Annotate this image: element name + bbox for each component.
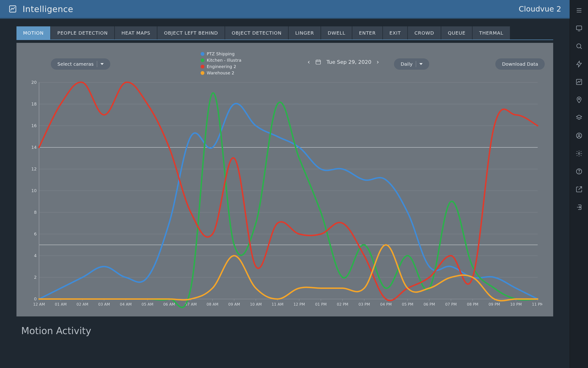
tab-heat-maps[interactable]: HEAT MAPS: [115, 26, 157, 40]
download-data-label: Download Data: [502, 61, 538, 67]
legend-label: Engineering 2: [207, 64, 236, 69]
legend-item: Kitchen - Illustra: [201, 58, 241, 63]
tab-object-detection[interactable]: OBJECT DETECTION: [225, 26, 289, 40]
search-icon[interactable]: [575, 42, 583, 50]
svg-text:09 AM: 09 AM: [228, 302, 240, 307]
legend-swatch: [201, 71, 204, 75]
page-title: Intelligence: [23, 4, 73, 14]
tab-linger[interactable]: LINGER: [289, 26, 321, 40]
svg-text:03 AM: 03 AM: [98, 302, 110, 307]
svg-text:08 AM: 08 AM: [207, 302, 218, 307]
svg-text:10 AM: 10 AM: [250, 302, 262, 307]
tab-motion[interactable]: MOTION: [17, 26, 51, 40]
legend-swatch: [201, 58, 204, 62]
chart-legend: PTZ ShippingKitchen - IllustraEngineerin…: [201, 51, 241, 75]
svg-text:18: 18: [31, 101, 37, 106]
legend-item: PTZ Shipping: [201, 51, 241, 56]
legend-label: PTZ Shipping: [207, 51, 235, 56]
brand-label: Cloudvue 2: [519, 4, 561, 13]
svg-text:05 AM: 05 AM: [141, 302, 153, 307]
svg-text:02 AM: 02 AM: [76, 302, 88, 307]
svg-text:02 PM: 02 PM: [337, 302, 348, 307]
svg-text:20: 20: [31, 80, 37, 85]
svg-text:08 PM: 08 PM: [467, 302, 478, 307]
tab-enter[interactable]: ENTER: [352, 26, 383, 40]
user-icon[interactable]: [575, 132, 583, 139]
lightning-icon[interactable]: [575, 60, 583, 68]
legend-label: Kitchen - Illustra: [207, 58, 241, 63]
range-button[interactable]: Daily: [394, 58, 429, 70]
svg-marker-85: [577, 61, 581, 67]
tab-dwell[interactable]: DWELL: [321, 26, 352, 40]
svg-line-84: [580, 47, 582, 49]
svg-text:04 PM: 04 PM: [380, 302, 392, 307]
legend-swatch: [201, 65, 204, 69]
tab-exit[interactable]: EXIT: [383, 26, 408, 40]
motion-line-chart: 0246810121416182012 AM01 AM02 AM03 AM04 …: [25, 80, 542, 311]
tab-crowd[interactable]: CROWD: [408, 26, 441, 40]
svg-text:2: 2: [34, 275, 37, 280]
next-date-button[interactable]: ›: [377, 58, 379, 65]
help-icon[interactable]: [575, 168, 583, 175]
menu-icon[interactable]: [575, 7, 583, 14]
chart-panel: Select cameras PTZ ShippingKitchen - Ill…: [17, 43, 553, 316]
logout-icon[interactable]: [575, 203, 583, 211]
svg-text:10: 10: [31, 188, 37, 193]
tab-thermal[interactable]: THERMAL: [473, 26, 510, 40]
svg-text:04 AM: 04 AM: [120, 302, 132, 307]
range-label: Daily: [401, 61, 412, 67]
svg-point-83: [577, 44, 581, 48]
layers-icon[interactable]: [575, 114, 583, 121]
location-icon[interactable]: [575, 96, 583, 104]
legend-label: Warehouse 2: [207, 70, 234, 75]
calendar-icon[interactable]: [315, 59, 321, 65]
svg-text:6: 6: [34, 231, 37, 236]
svg-text:11 AM: 11 AM: [272, 302, 283, 307]
svg-text:09 PM: 09 PM: [489, 302, 500, 307]
svg-text:07 PM: 07 PM: [445, 302, 457, 307]
tab-queue[interactable]: QUEUE: [441, 26, 473, 40]
svg-point-91: [578, 153, 580, 155]
chevron-down-icon: [419, 63, 423, 65]
svg-text:12 PM: 12 PM: [294, 302, 305, 307]
svg-text:01 AM: 01 AM: [55, 302, 67, 307]
app-header: Intelligence Cloudvue 2: [0, 0, 570, 19]
tab-object-left-behind[interactable]: OBJECT LEFT BEHIND: [157, 26, 225, 40]
legend-item: Warehouse 2: [201, 70, 241, 75]
svg-rect-1: [316, 60, 321, 64]
legend-item: Engineering 2: [201, 64, 241, 69]
intelligence-tabs: MOTIONPEOPLE DETECTIONHEAT MAPSOBJECT LE…: [17, 26, 553, 40]
date-label: Tue Sep 29, 2020: [326, 59, 371, 65]
select-cameras-button[interactable]: Select cameras: [51, 58, 110, 70]
export-icon[interactable]: [575, 185, 583, 193]
svg-point-87: [578, 98, 579, 100]
right-sidebar: [570, 0, 588, 368]
svg-text:0: 0: [34, 296, 37, 301]
date-navigator: ‹ Tue Sep 29, 2020 ›: [308, 58, 379, 65]
chart-icon[interactable]: [575, 78, 583, 86]
svg-text:06 PM: 06 PM: [424, 302, 435, 307]
svg-text:8: 8: [34, 210, 37, 215]
legend-swatch: [201, 52, 204, 56]
svg-text:11 PM: 11 PM: [532, 302, 542, 307]
svg-text:12: 12: [31, 166, 37, 171]
download-data-button[interactable]: Download Data: [495, 58, 545, 70]
section-title: Motion Activity: [0, 316, 570, 336]
svg-marker-88: [576, 115, 582, 118]
monitor-icon[interactable]: [575, 25, 583, 32]
svg-text:01 PM: 01 PM: [315, 302, 327, 307]
svg-point-93: [579, 173, 579, 173]
svg-point-90: [578, 134, 580, 136]
svg-text:10 PM: 10 PM: [510, 302, 522, 307]
intelligence-icon: [9, 5, 17, 13]
svg-text:05 PM: 05 PM: [402, 302, 413, 307]
svg-text:4: 4: [34, 253, 37, 258]
select-cameras-label: Select cameras: [57, 61, 94, 67]
gear-icon[interactable]: [575, 150, 583, 157]
tab-people-detection[interactable]: PEOPLE DETECTION: [51, 26, 115, 40]
svg-text:14: 14: [31, 145, 37, 150]
prev-date-button[interactable]: ‹: [308, 58, 310, 65]
svg-text:03 PM: 03 PM: [359, 302, 370, 307]
svg-rect-81: [576, 26, 582, 30]
svg-text:06 AM: 06 AM: [163, 302, 175, 307]
